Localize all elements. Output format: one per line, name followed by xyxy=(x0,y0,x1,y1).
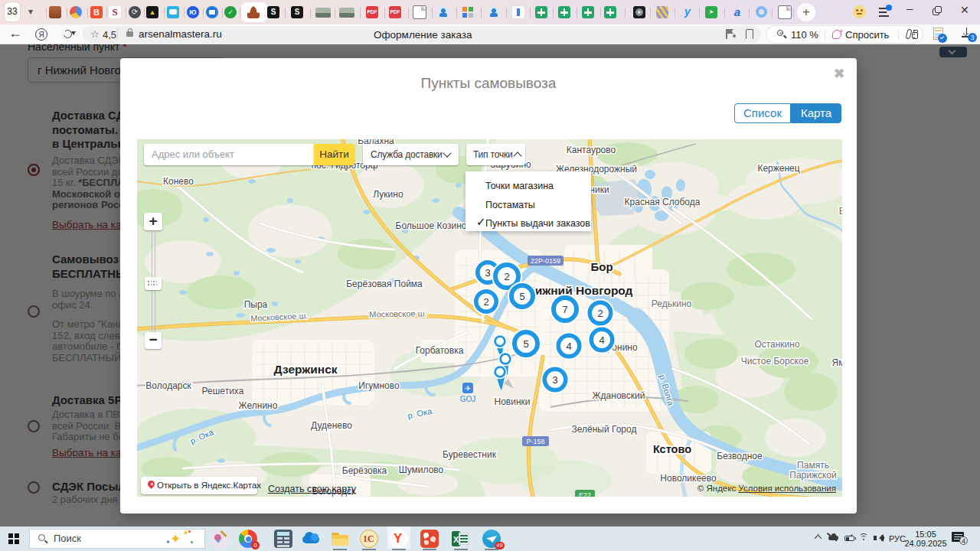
svg-text:7: 7 xyxy=(562,304,567,315)
svg-text:Память: Память xyxy=(797,460,829,471)
svg-text:Парижской: Парижской xyxy=(789,470,836,481)
svg-text:Решетиха: Решетиха xyxy=(202,386,244,396)
svg-text:✈: ✈ xyxy=(465,384,471,393)
svg-text:Ждановский: Ждановский xyxy=(593,390,645,401)
svg-text:Берёзовая Пойма: Берёзовая Пойма xyxy=(346,279,423,289)
svg-text:Конево: Конево xyxy=(163,176,194,187)
svg-text:4: 4 xyxy=(599,334,604,346)
svg-text:Чистое Борское: Чистое Борское xyxy=(741,356,809,367)
svg-text:Ям: Ям xyxy=(832,357,842,368)
svg-text:Новинки: Новинки xyxy=(495,396,531,407)
svg-text:Кантаурово: Кантаурово xyxy=(567,145,616,155)
svg-text:Бор: Бор xyxy=(590,260,612,273)
svg-text:Безводное: Безводное xyxy=(717,451,763,461)
svg-text:3: 3 xyxy=(485,267,490,279)
svg-text:GOJ: GOJ xyxy=(460,395,476,403)
svg-text:Володарск: Володарск xyxy=(145,380,191,391)
svg-text:3: 3 xyxy=(552,374,557,386)
svg-text:Игумново: Игумново xyxy=(358,380,400,391)
svg-text:Кстово: Кстово xyxy=(653,443,691,455)
svg-text:ники: ники xyxy=(590,184,609,195)
svg-text:Красная Слобода: Красная Слобода xyxy=(625,197,701,207)
svg-text:Дуденево: Дуденево xyxy=(311,420,352,431)
svg-text:Берёзовка: Берёзовка xyxy=(342,465,387,476)
svg-text:Московское ш.: Московское ш. xyxy=(369,308,426,318)
svg-text:Лукино: Лукино xyxy=(373,189,403,200)
svg-text:Шумилово: Шумилово xyxy=(399,465,444,475)
svg-text:Буревестник: Буревестник xyxy=(443,449,497,460)
svg-text:4: 4 xyxy=(566,341,571,352)
svg-text:2: 2 xyxy=(504,271,509,282)
svg-text:Керженец: Керженец xyxy=(757,163,799,174)
svg-text:Нижний Новгород: Нижний Новгород xyxy=(527,284,633,297)
svg-text:22Р-0159: 22Р-0159 xyxy=(531,257,560,265)
svg-text:Пыра: Пыра xyxy=(244,299,268,310)
svg-text:Дзержинск: Дзержинск xyxy=(273,363,337,376)
svg-text:2: 2 xyxy=(483,296,488,308)
svg-text:2: 2 xyxy=(597,308,603,319)
svg-text:Желнино: Желнино xyxy=(239,400,278,411)
svg-text:Новоликеево: Новоликеево xyxy=(660,473,717,484)
svg-text:Р-158: Р-158 xyxy=(526,438,544,445)
svg-text:Е22: Е22 xyxy=(579,491,591,497)
svg-text:5: 5 xyxy=(523,338,528,350)
svg-text:Большое Козино: Большое Козино xyxy=(396,220,467,231)
svg-text:Белкино: Белкино xyxy=(839,206,842,217)
svg-text:Редькино: Редькино xyxy=(652,298,692,309)
svg-text:5: 5 xyxy=(519,291,524,302)
svg-text:Зелёный Город: Зелёный Город xyxy=(572,424,637,435)
svg-text:Горбатовка: Горбатовка xyxy=(416,345,464,356)
svg-text:Останкино: Останкино xyxy=(754,339,800,350)
